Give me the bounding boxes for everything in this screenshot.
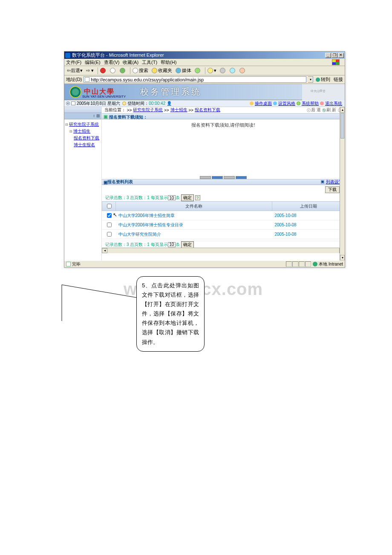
style-link[interactable]: 设置风格 [278, 101, 295, 107]
menu-tools[interactable]: 工具(T) [142, 59, 157, 66]
vscroll-down[interactable]: ▾ [340, 255, 345, 260]
table-row: ↖ 中山大学2006年博士招生简章 2005-10-08 [102, 211, 345, 220]
links-label[interactable]: 链接 [334, 76, 343, 83]
status-bar: 完毕 本地 Intranet [64, 260, 345, 267]
help-icon [297, 101, 300, 105]
horizontal-scrollbar[interactable]: ◂ ▸ [102, 248, 345, 253]
list-header: ▣ 报名资料列表 ▣ 列表设置 [102, 179, 345, 185]
browser-window: 数字化系统平台 - Microsoft Internet Explorer _ … [64, 51, 345, 268]
tree-signup[interactable]: 博士生报名 [74, 142, 95, 147]
address-label: 地址(D) [66, 76, 82, 83]
row-checkbox[interactable] [107, 232, 112, 237]
pager-ok-button[interactable]: 确定 [181, 194, 194, 201]
forward-button[interactable]: ⇨ ▾ [85, 67, 95, 74]
download-row: 下载 [102, 185, 345, 194]
minimize-button[interactable]: _ [325, 53, 331, 58]
login-label: 登陆时间： [127, 101, 149, 107]
stop-button[interactable] [99, 67, 107, 74]
crumb-3[interactable]: 报名资料下载 [195, 107, 220, 113]
notice-header: 报名资料下载须知： [102, 113, 345, 119]
nav-back-icon[interactable]: ‹ [307, 108, 311, 112]
go-button[interactable]: 转到 [316, 76, 330, 83]
vertical-scrollbar[interactable]: ▴ ▾ [340, 107, 345, 260]
help-link[interactable]: 系统帮助 [302, 101, 319, 107]
menu-help[interactable]: 帮助(H) [161, 59, 176, 66]
status-page-icon [66, 262, 71, 266]
sidebar: ↕ ⊞ 研究生院子系统 博士招生 报名资料下载 博士生报名 [64, 107, 102, 260]
vscroll-up[interactable]: ▴ [340, 107, 345, 113]
mail-button[interactable]: ▾ [207, 67, 217, 74]
menu-view[interactable]: 查看(V) [104, 59, 120, 66]
address-input[interactable]: http://ecampus.sysu.edu.cn/zsuyy/applica… [84, 76, 306, 83]
table-row: 中山大学研究生院简介 2005-10-08 [102, 230, 345, 239]
vscroll-thumb[interactable] [340, 113, 344, 139]
history-button[interactable] [194, 67, 202, 74]
file-date: 2005-10-08 [272, 211, 345, 220]
cursor-icon: ↖ [113, 212, 117, 218]
notice-text: 报名资料下载须知,请仔细阅读! [191, 122, 255, 127]
info-bar: « 2005年10月8日 星期六 登陆时间： 00:00:42 👤 操作桌面 设… [64, 100, 345, 107]
discuss-button[interactable] [239, 67, 247, 74]
tree-doctor[interactable]: 博士招生 [73, 129, 90, 133]
crumb-2[interactable]: 博士招生 [170, 107, 187, 113]
zone-text: 本地 Intranet [319, 261, 343, 267]
tree-root[interactable]: 研究生院子系统 [69, 122, 99, 127]
menu-file[interactable]: 文件(F) [66, 59, 81, 66]
collapse-icon[interactable]: « [66, 101, 70, 105]
file-link[interactable]: 中山大学研究生院简介 [118, 232, 161, 237]
download-button[interactable]: 下载 [325, 186, 340, 193]
exit-icon [320, 101, 324, 105]
edit-button[interactable] [229, 67, 237, 74]
per-page-input[interactable] [168, 195, 176, 200]
crumb-1[interactable]: 研究生院子系统 [133, 107, 163, 113]
menu-bar: 文件(F) 编辑(E) 查看(V) 收藏(A) 工具(T) 帮助(H) [64, 59, 345, 66]
url-text: http://ecampus.sysu.edu.cn/zsuyy/applica… [91, 77, 204, 82]
pager-help-button[interactable]: ? [195, 195, 200, 200]
status-text: 完毕 [72, 261, 81, 267]
select-all-checkbox[interactable] [107, 204, 112, 208]
exit-link[interactable]: 退出系统 [325, 101, 342, 107]
media-button[interactable]: 媒体 [175, 67, 192, 74]
window-title: 数字化系统平台 - Microsoft Internet Explorer [72, 52, 325, 58]
nav-refresh-icon[interactable]: ↻ [322, 108, 326, 112]
opdesk-link[interactable]: 操作桌面 [255, 101, 272, 107]
file-date: 2005-10-08 [272, 230, 345, 239]
university-logo-icon [69, 86, 81, 98]
main-panel: 当前位置： >> 研究生院子系统 >> 博士招生 >> 报名资料下载 ‹后 退 … [102, 107, 345, 260]
row-checkbox[interactable] [107, 223, 112, 227]
back-button[interactable]: ⇦ 后退 ▾ [66, 67, 84, 74]
print-button[interactable] [219, 67, 227, 74]
search-button[interactable]: 搜索 [132, 67, 149, 74]
hscroll-left[interactable]: ◂ [102, 248, 107, 253]
toolbar: ⇦ 后退 ▾ ⇨ ▾ 搜索 收藏夹 媒体 ▾ [64, 66, 345, 75]
clock-icon [122, 101, 126, 105]
annotation-area: www.bdocx.com 5、点击此处弹出如图文件下载对话框，选择【打开】在页… [64, 268, 345, 361]
login-time: 00:00:42 [149, 101, 165, 106]
pager-bottom: 记录总数：3 总页数：1 每页显示 条 确定 [102, 241, 345, 248]
page-icon [85, 77, 89, 82]
favorites-button[interactable]: 收藏夹 [151, 67, 173, 74]
zone-icon [313, 262, 317, 266]
address-dropdown[interactable]: ▾ [308, 76, 313, 83]
per-page-input-bottom[interactable] [168, 242, 176, 247]
address-bar: 地址(D) http://ecampus.sysu.edu.cn/zsuyy/a… [64, 75, 345, 84]
windows-logo-icon [332, 59, 340, 65]
title-bar: 数字化系统平台 - Microsoft Internet Explorer _ … [64, 52, 345, 59]
date-text: 2005年10月8日 星期六 [77, 101, 120, 107]
refresh-button[interactable] [109, 67, 117, 74]
callout-pointer [60, 280, 141, 323]
notice-body: 报名资料下载须知,请仔细阅读! [102, 119, 345, 179]
pager-ok-button-bottom[interactable]: 确定 [181, 241, 194, 248]
maximize-button[interactable]: ❐ [331, 53, 337, 58]
home-button[interactable] [119, 67, 127, 74]
file-link[interactable]: 中山大学2006年博士招生简章 [118, 213, 175, 218]
close-button[interactable]: ✕ [338, 53, 344, 58]
system-title: 校务管理系统 [140, 86, 202, 98]
row-checkbox[interactable] [107, 213, 112, 218]
tree-download[interactable]: 报名资料下载 [74, 136, 99, 140]
menu-edit[interactable]: 编辑(E) [85, 59, 101, 66]
file-link[interactable]: 中山大学2006年博士招生专业目录 [118, 223, 183, 227]
sidebar-toggle[interactable]: ↕ ⊞ [64, 113, 101, 119]
menu-fav[interactable]: 收藏(A) [123, 59, 138, 66]
calendar-icon [71, 101, 75, 105]
